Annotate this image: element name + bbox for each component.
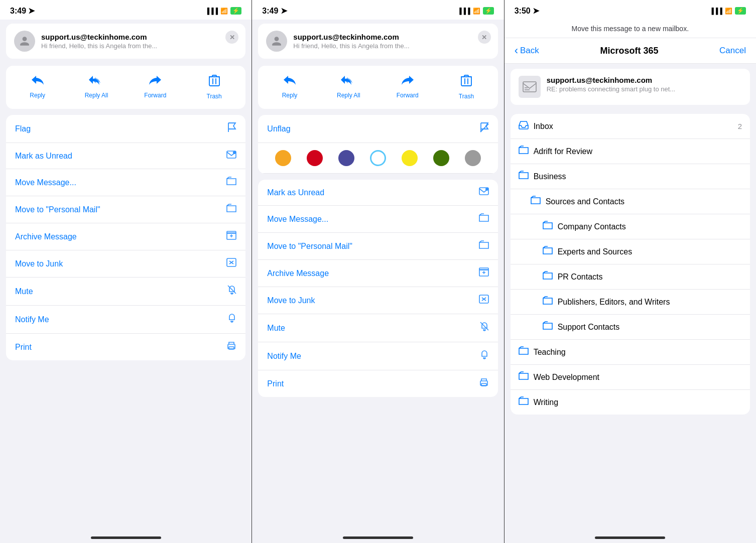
mute-item-2[interactable]: Mute (258, 314, 497, 342)
color-dots-row-2 (258, 143, 497, 174)
junk-item-2[interactable]: Move to Junk (258, 287, 497, 314)
status-bar-1: 3:49 ➤ ▐▐▐ 📶 ⚡ (0, 0, 251, 20)
support-contacts-item[interactable]: Support Contacts (511, 315, 750, 340)
junk-icon-2 (479, 295, 489, 306)
svg-rect-6 (227, 231, 236, 233)
move-message-icon-1 (226, 177, 236, 188)
move-personal-label-2: Move to "Personal Mail" (267, 242, 352, 251)
forward-icon-1 (149, 75, 162, 89)
print-item-1[interactable]: Print (6, 334, 245, 360)
mute-icon-2 (480, 322, 489, 334)
move-message-item-2[interactable]: Move Message... (258, 206, 497, 233)
notify-item-2[interactable]: Notify Me (258, 342, 497, 370)
mark-unread-item-1[interactable]: Mark as Unread (6, 143, 245, 169)
teaching-item[interactable]: Teaching (511, 340, 750, 365)
reply-all-button-2[interactable]: Reply All (319, 71, 378, 104)
reply-icon-2 (283, 75, 296, 89)
unflag-item-2[interactable]: Unflag (258, 115, 497, 143)
support-contacts-icon (543, 321, 553, 333)
avatar-1 (14, 31, 35, 52)
archive-label-2: Archive Message (267, 269, 329, 278)
forward-button-1[interactable]: Forward (126, 71, 185, 104)
print-icon-2 (479, 378, 489, 389)
reply-button-1[interactable]: Reply (8, 71, 67, 104)
archive-item-2[interactable]: Archive Message (258, 260, 497, 287)
color-dot-purple[interactable] (338, 150, 354, 166)
unflag-icon-2 (480, 122, 489, 135)
move-personal-item-2[interactable]: Move to "Personal Mail" (258, 233, 497, 260)
pr-contacts-label: PR Contacts (558, 273, 742, 282)
reply-button-2[interactable]: Reply (260, 71, 319, 104)
reply-icon-1 (31, 75, 44, 89)
notify-icon-1 (227, 313, 236, 326)
inbox-item[interactable]: Inbox 2 (511, 114, 750, 139)
company-contacts-item[interactable]: Company Contacts (511, 214, 750, 239)
trash-button-1[interactable]: Trash (185, 71, 243, 104)
svg-point-4 (233, 151, 236, 154)
move-message-item-1[interactable]: Move Message... (6, 169, 245, 196)
forward-button-2[interactable]: Forward (378, 71, 437, 104)
junk-item-1[interactable]: Move to Junk (6, 250, 245, 278)
mute-label-1: Mute (15, 287, 33, 296)
flag-label-1: Flag (15, 124, 31, 133)
archive-item-1[interactable]: Archive Message (6, 223, 245, 250)
publishers-item[interactable]: Publishers, Editors, and Writers (511, 290, 750, 315)
archive-icon-2 (479, 267, 489, 279)
signal-icon-2: ▐▐▐ (457, 8, 470, 15)
forward-label-2: Forward (397, 92, 419, 99)
business-item[interactable]: Business (511, 164, 750, 189)
archive-label-1: Archive Message (15, 232, 77, 241)
svg-rect-9 (229, 347, 234, 349)
sources-contacts-label: Sources and Contacts (546, 197, 742, 206)
move-personal-item-1[interactable]: Move to "Personal Mail" (6, 196, 245, 223)
cancel-button[interactable]: Cancel (719, 46, 746, 56)
experts-sources-item[interactable]: Experts and Sources (511, 239, 750, 264)
inbox-icon (519, 120, 529, 132)
reply-all-icon-2 (341, 75, 356, 89)
back-button[interactable]: ‹ Back (515, 44, 539, 57)
screen-3: 3:50 ➤ ▐▐▐ 📶 ⚡ Move this message to a ne… (505, 0, 756, 543)
screen-2: 3:49 ➤ ▐▐▐ 📶 ⚡ support.us@teckinhome.com… (252, 0, 504, 543)
mute-item-1[interactable]: Mute (6, 278, 245, 306)
writing-item[interactable]: Writing (511, 390, 750, 415)
battery-icon-2: ⚡ (483, 7, 494, 15)
color-dot-teal[interactable] (370, 150, 386, 166)
business-label: Business (534, 172, 742, 181)
msg-subject: RE: problems connecting smart plug to ne… (547, 85, 676, 93)
time-3: 3:50 ➤ (515, 6, 539, 16)
color-dot-green[interactable] (433, 150, 449, 166)
print-item-2[interactable]: Print (258, 370, 497, 397)
color-dot-yellow[interactable] (402, 150, 418, 166)
business-folder-icon (519, 171, 529, 182)
color-dot-gray[interactable] (465, 150, 481, 166)
pr-contacts-item[interactable]: PR Contacts (511, 264, 750, 290)
web-dev-item[interactable]: Web Development (511, 365, 750, 390)
writing-icon (519, 396, 529, 408)
forward-label-1: Forward (144, 92, 166, 99)
color-dot-orange[interactable] (275, 150, 291, 166)
panel-title: Microsoft 365 (600, 46, 658, 56)
mark-unread-item-2[interactable]: Mark as Unread (258, 180, 497, 206)
notify-icon-2 (480, 350, 489, 362)
print-icon-1 (226, 341, 236, 353)
web-dev-icon (519, 371, 529, 383)
flag-section-2: Unflag (258, 115, 497, 174)
mark-unread-icon-2 (479, 187, 489, 198)
trash-button-2[interactable]: Trash (437, 71, 495, 104)
adrift-item[interactable]: Adrift for Review (511, 139, 750, 164)
email-from-2: support.us@teckinhome.com (293, 33, 489, 41)
flag-icon-1 (227, 122, 236, 135)
time-1: 3:49 ➤ (10, 6, 35, 16)
reply-all-button-1[interactable]: Reply All (67, 71, 125, 104)
mute-icon-1 (227, 285, 236, 298)
teaching-icon (519, 346, 529, 358)
print-label-2: Print (267, 379, 284, 388)
wifi-icon: 📶 (220, 8, 228, 15)
svg-point-15 (485, 188, 488, 191)
mark-unread-icon-1 (226, 151, 236, 161)
flag-item-1[interactable]: Flag (6, 115, 245, 143)
notify-item-1[interactable]: Notify Me (6, 306, 245, 334)
color-dot-red[interactable] (307, 150, 323, 166)
close-button-2[interactable]: ✕ (478, 31, 491, 44)
sources-contacts-item[interactable]: Sources and Contacts (511, 189, 750, 214)
